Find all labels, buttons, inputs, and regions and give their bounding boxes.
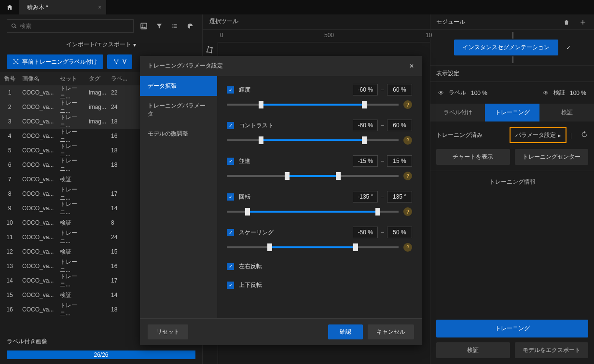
cell-set: 検証: [58, 291, 87, 299]
verify-button[interactable]: 検証: [436, 342, 510, 358]
help-icon[interactable]: ?: [403, 207, 412, 216]
image-settings-icon[interactable]: [138, 21, 149, 31]
cell-img: COCO_va...: [19, 234, 58, 241]
range-slider[interactable]: [227, 104, 399, 106]
range-slider[interactable]: [227, 246, 399, 248]
module-header: モジュール: [436, 18, 465, 26]
param-high-input[interactable]: [387, 191, 412, 202]
checkbox[interactable]: ✓: [227, 122, 234, 129]
checkbox[interactable]: ✓: [227, 158, 234, 165]
col-set[interactable]: セット: [58, 75, 87, 83]
sidebar-item-finetune[interactable]: モデルの微調整: [140, 124, 217, 144]
eye-icon[interactable]: 👁: [543, 90, 549, 96]
col-number[interactable]: 番号: [0, 75, 19, 83]
tab-training[interactable]: トレーニング: [485, 104, 539, 121]
col-tag[interactable]: タグ: [87, 75, 109, 83]
help-icon[interactable]: ?: [403, 172, 412, 180]
slider-thumb-low[interactable]: [245, 208, 250, 216]
col-label[interactable]: ラベ...: [109, 75, 128, 83]
trash-icon[interactable]: [561, 17, 572, 27]
modal-sidebar: データ拡張 トレーニングパラメータ モデルの微調整: [140, 76, 217, 318]
checkbox[interactable]: ✓: [227, 282, 234, 289]
history-icon[interactable]: [580, 131, 588, 140]
param-settings-label: パラメータ設定: [515, 131, 556, 139]
eye-icon[interactable]: 👁: [438, 90, 444, 96]
reset-button[interactable]: リセット: [148, 324, 188, 339]
module-pill[interactable]: インスタンスセグメンテーション: [454, 40, 558, 55]
checkbox[interactable]: ✓: [227, 229, 234, 236]
cell-num: 3: [0, 118, 19, 125]
param-low-input[interactable]: [353, 227, 378, 238]
cell-label: 22: [109, 89, 128, 96]
cancel-button[interactable]: キャンセル: [368, 324, 414, 339]
cell-set: トレーニ...: [58, 258, 87, 274]
col-image[interactable]: 画像名: [19, 75, 58, 83]
train-button[interactable]: トレーニング: [436, 320, 588, 337]
slider-thumb-high[interactable]: [353, 243, 358, 251]
param-high-input[interactable]: [387, 227, 412, 238]
v-button[interactable]: V: [107, 54, 132, 69]
polygon-tool-icon[interactable]: [205, 44, 215, 55]
cell-set: 検証: [58, 219, 87, 227]
param-settings-button[interactable]: パラメータ設定 ▸: [510, 127, 566, 143]
project-tab[interactable]: 積み木 * ×: [19, 0, 106, 14]
cell-img: COCO_va...: [19, 263, 58, 270]
slider-thumb-high[interactable]: [362, 101, 367, 108]
slider-thumb-low[interactable]: [259, 101, 263, 108]
help-icon[interactable]: ?: [403, 243, 412, 252]
sidebar-item-params[interactable]: トレーニングパラメータ: [140, 96, 217, 124]
checkbox[interactable]: ✓: [227, 86, 234, 94]
training-center-button[interactable]: トレーニングセンター: [515, 149, 589, 165]
import-export-button[interactable]: インポート/エクスポート ▾: [66, 40, 136, 49]
filter-icon[interactable]: [154, 21, 165, 31]
cell-set: トレーニ...: [58, 128, 87, 144]
close-icon[interactable]: ✕: [409, 63, 414, 69]
plus-icon[interactable]: [578, 17, 588, 27]
slider-thumb-low[interactable]: [285, 172, 290, 180]
close-icon[interactable]: ×: [98, 4, 101, 11]
help-icon[interactable]: ?: [403, 100, 412, 109]
modal-content: ✓輝度–?✓コントラスト–?✓並進–?✓回転–?✓スケーリング–?✓左右反転✓上…: [217, 76, 422, 318]
param-label: スケーリング: [239, 229, 348, 237]
slider-thumb-low[interactable]: [267, 243, 272, 251]
show-chart-button[interactable]: チャートを表示: [436, 149, 510, 165]
range-slider[interactable]: [227, 211, 399, 213]
checkbox[interactable]: ✓: [227, 263, 234, 270]
export-model-button[interactable]: モデルをエクスポート: [515, 342, 589, 358]
cell-img: COCO_va...: [19, 104, 58, 110]
range-slider[interactable]: [227, 175, 399, 177]
slider-thumb-low[interactable]: [259, 136, 263, 144]
range-slider[interactable]: [227, 139, 399, 141]
grid-icon[interactable]: [185, 21, 195, 31]
param-low-input[interactable]: [353, 120, 378, 131]
param-high-input[interactable]: [387, 120, 412, 131]
param-low-input[interactable]: [353, 155, 378, 167]
cell-set: トレーニ...: [58, 99, 87, 115]
pretrain-label-button[interactable]: 事前トレーニングラベル付け: [7, 54, 103, 69]
param-high-input[interactable]: [387, 84, 412, 95]
slider-thumb-high[interactable]: [375, 208, 380, 216]
list-icon[interactable]: [169, 21, 180, 31]
param-high-input[interactable]: [387, 155, 412, 167]
ruler-tick: 0: [220, 32, 223, 39]
confirm-button[interactable]: 確認: [328, 324, 363, 339]
help-icon[interactable]: ?: [403, 136, 412, 145]
chevron-down-icon: ▾: [133, 41, 136, 48]
tab-labeling[interactable]: ラベル付け: [430, 104, 485, 121]
param-block: ✓スケーリング–?: [227, 227, 412, 252]
slider-thumb-high[interactable]: [362, 136, 367, 144]
param-block: ✓左右反転: [227, 262, 412, 270]
param-low-input[interactable]: [353, 84, 378, 95]
search-input[interactable]: [20, 23, 129, 29]
trained-status: トレーニング済み: [436, 131, 483, 139]
tab-verify[interactable]: 検証: [539, 104, 594, 121]
slider-thumb-high[interactable]: [336, 172, 341, 180]
sidebar-item-augment[interactable]: データ拡張: [140, 76, 217, 96]
param-low-input[interactable]: [353, 191, 378, 202]
cell-num: 9: [0, 205, 19, 212]
cell-label: 16: [109, 133, 128, 139]
svg-point-1: [142, 25, 144, 26]
search-input-wrap[interactable]: [7, 19, 134, 33]
checkbox[interactable]: ✓: [227, 193, 234, 201]
home-button[interactable]: [0, 0, 19, 14]
